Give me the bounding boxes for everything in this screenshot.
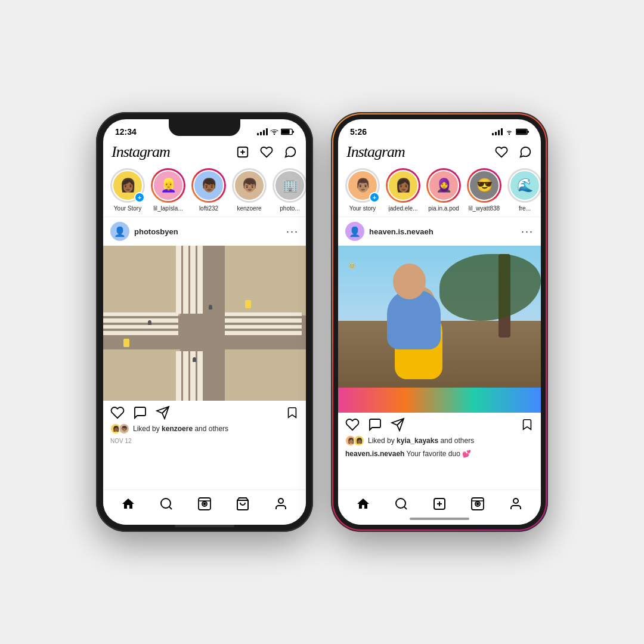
crosswalk-image — [103, 246, 306, 401]
svg-rect-2 — [281, 129, 290, 134]
story-avatar-wrap-pia: 🧕 — [426, 168, 461, 203]
nav-home-right[interactable] — [351, 495, 375, 513]
comment-button-right[interactable] — [368, 417, 382, 432]
right-phone-inner-shell: 5:26 — [333, 114, 546, 530]
post-avatar-left: 👤 — [110, 222, 129, 241]
story-photo-left[interactable]: 🏢 photo... — [273, 168, 306, 212]
story-lil-wyatt-right[interactable]: 😎 lil_wyatt838 — [467, 168, 501, 212]
story-kenzoere-left[interactable]: 👦🏽 kenzoere — [232, 168, 267, 212]
story-avatar-fre: 🌊 — [509, 170, 540, 201]
story-label-jaded: jaded.ele... — [389, 205, 418, 212]
nav-add-right[interactable] — [428, 495, 451, 513]
story-fre-right[interactable]: 🌊 fre... — [507, 168, 541, 212]
nav-home-left[interactable] — [116, 495, 140, 513]
like-avatar-2-left: 👦🏽 — [119, 423, 129, 434]
story-avatar-lofti232: 👦🏾 — [193, 170, 224, 201]
caption-text-right: Your favorite duo 💕 — [407, 450, 472, 458]
nav-reels-right[interactable] — [466, 495, 490, 513]
story-ring-pia: 🧕 — [426, 168, 461, 203]
story-jaded-right[interactable]: 👩🏾 jaded.ele... — [386, 168, 420, 212]
story-ring-jaded: 👩🏾 — [386, 168, 420, 203]
post-user-left: 👤 photosbyen — [110, 222, 178, 241]
svg-point-30 — [513, 499, 518, 503]
battery-icon-left — [281, 128, 294, 135]
story-avatar-kenzoere: 👦🏽 — [234, 170, 265, 201]
post-avatar-right: 👤 — [345, 222, 364, 241]
ig-logo-right: Instagram — [346, 143, 405, 161]
messenger-button-left[interactable] — [283, 145, 298, 159]
story-avatar-wrap-your-story-right: 👨🏽 + — [345, 168, 380, 203]
signal-icon-left — [257, 128, 268, 135]
post-user-right: 👤 heaven.is.nevaeh — [345, 222, 434, 241]
nav-search-right[interactable] — [389, 495, 413, 513]
share-button-left[interactable] — [156, 405, 170, 420]
comment-button-left[interactable] — [133, 405, 147, 420]
messenger-button-right[interactable] — [518, 145, 532, 159]
post-options-left[interactable]: ··· — [286, 225, 299, 238]
story-avatar-pia: 🧕 — [428, 170, 459, 201]
story-avatar-lil-wyatt: 😎 — [469, 170, 500, 201]
story-label-your-story-right: Your story — [349, 205, 376, 212]
home-indicator-left — [175, 525, 234, 527]
story-label-lofti232: lofti232 — [199, 205, 218, 212]
post-left: 👤 photosbyen ··· — [103, 216, 306, 447]
story-ring-lofti232: 👦🏾 — [191, 168, 226, 203]
story-ring-fre: 🌊 — [507, 168, 541, 203]
home-indicator-right — [410, 518, 469, 520]
add-post-button-left[interactable] — [236, 145, 250, 159]
story-pia-right[interactable]: 🧕 pia.in.a.pod — [426, 168, 461, 212]
like-button-right[interactable] — [345, 417, 360, 432]
save-button-right[interactable] — [521, 417, 534, 432]
story-ring-lil-wyatt: 😎 — [467, 168, 501, 203]
right-phone-shell: 5:26 — [331, 112, 548, 532]
svg-point-12 — [204, 503, 206, 505]
svg-line-22 — [404, 507, 407, 509]
right-phone: 5:26 — [331, 112, 548, 532]
post-header-left: 👤 photosbyen ··· — [103, 217, 306, 246]
like-button-left[interactable] — [110, 405, 125, 420]
ig-logo-left: Instagram — [112, 143, 170, 161]
save-button-left[interactable] — [286, 405, 299, 420]
post-header-right: 👤 heaven.is.nevaeh ··· — [338, 217, 541, 246]
caption-username-right: heaven.is.nevaeh — [345, 450, 404, 458]
heart-button-right[interactable] — [494, 145, 509, 159]
nav-profile-left[interactable] — [269, 495, 293, 513]
story-lil-lapisla-left[interactable]: 👱‍♀️ lil_lapísla... — [151, 168, 185, 212]
story-avatar-wrap-your-story-left: 👩🏾 + — [110, 168, 145, 203]
story-ring-kenzoere: 👦🏽 — [232, 168, 267, 203]
story-add-btn-right[interactable]: + — [369, 192, 380, 203]
nav-search-left[interactable] — [154, 495, 178, 513]
battery-icon-right — [516, 128, 529, 135]
post-username-left[interactable]: photosbyen — [134, 227, 178, 236]
nav-reels-left[interactable] — [193, 495, 216, 513]
story-avatar-wrap-fre: 🌊 — [507, 168, 541, 203]
wifi-icon-left — [270, 128, 278, 135]
story-add-btn-left[interactable]: + — [134, 192, 145, 203]
story-label-photo: photo... — [280, 205, 299, 212]
story-ring-photo: 🏢 — [273, 168, 306, 203]
bottom-nav-left — [103, 490, 306, 525]
post-actions-group-right — [345, 417, 405, 432]
post-options-right[interactable]: ··· — [521, 225, 534, 238]
svg-point-15 — [278, 499, 283, 503]
story-avatar-wrap-jaded: 👩🏾 — [386, 168, 420, 203]
notch — [169, 119, 240, 136]
svg-rect-18 — [516, 129, 527, 134]
story-avatar-lil-lapisla: 👱‍♀️ — [153, 170, 184, 201]
post-username-right[interactable]: heaven.is.nevaeh — [369, 227, 434, 236]
nav-profile-right[interactable] — [504, 495, 528, 513]
story-avatar-wrap-lofti232: 👦🏾 — [191, 168, 226, 203]
likes-bold-right: kyia_kayaks — [397, 436, 438, 445]
ig-header-icons-left — [236, 145, 298, 159]
share-button-right[interactable] — [391, 417, 405, 432]
post-likes-right: 👩🏽 👩🏾 Liked by kyia_kayaks and others — [338, 435, 541, 448]
story-avatar-wrap-kenzoere: 👦🏽 — [232, 168, 267, 203]
story-your-story-right[interactable]: 👨🏽 + Your story — [345, 168, 380, 212]
story-lofti232-left[interactable]: 👦🏾 lofti232 — [191, 168, 226, 212]
story-your-story-left[interactable]: 👩🏾 + Your Story — [110, 168, 145, 212]
heart-button-left[interactable] — [259, 145, 274, 159]
stories-row-right: 👨🏽 + Your story 👩🏾 jaded. — [338, 166, 541, 216]
nav-shop-left[interactable] — [231, 495, 255, 513]
svg-rect-1 — [293, 131, 294, 133]
post-caption-right: heaven.is.nevaeh Your favorite duo 💕 — [338, 448, 541, 462]
